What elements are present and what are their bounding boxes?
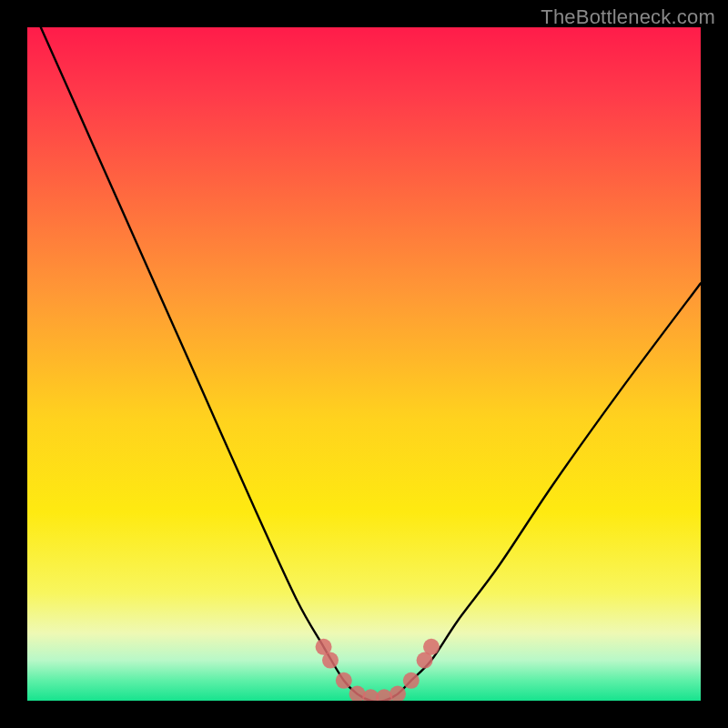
chart-frame: TheBottleneck.com — [0, 0, 728, 728]
watermark-text: TheBottleneck.com — [541, 5, 715, 29]
bottleneck-dots — [316, 639, 440, 701]
curve-layer — [27, 27, 701, 701]
plot-area — [27, 27, 701, 701]
curve-dot — [322, 652, 339, 669]
curve-dot — [403, 672, 420, 689]
bottleneck-curve — [41, 27, 701, 701]
curve-dot — [336, 672, 352, 689]
curve-dot — [423, 639, 440, 655]
